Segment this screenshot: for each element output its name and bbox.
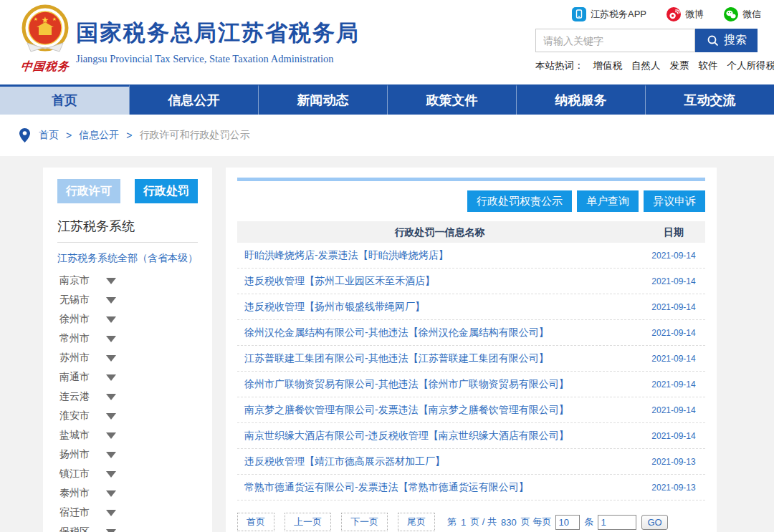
city-label: 宿迁市 [59,506,90,518]
nav-item-tax-service[interactable]: 纳税服务 [516,84,645,115]
breadcrumb: 首页 > 信息公开 > 行政许可和行政处罚公示 [0,115,774,156]
svg-text:★: ★ [52,16,57,21]
per-page-unit-label: 条 [584,516,593,528]
row-title-link[interactable]: 江苏普联建工集团有限公司-其他违法【江苏普联建工集团有限公司】 [237,352,642,365]
first-page-button[interactable]: 首页 [237,513,274,531]
objection-appeal-button[interactable]: 异议申诉 [644,190,705,212]
row-title-link[interactable]: 违反税收管理【苏州工业园区禾至禾酒店】 [237,275,642,288]
hotword-link[interactable]: 软件 [699,59,718,72]
row-title-link[interactable]: 常熟市德通货运有限公司-发票违法【常熟市德通货运有限公司】 [237,481,642,494]
row-title-link[interactable]: 南京梦之膳餐饮管理有限公司-发票违法【南京梦之膳餐饮管理有限公司】 [237,404,642,417]
row-title-link[interactable]: 徐州市广联物资贸易有限公司-其他违法【徐州市广联物资贸易有限公司】 [237,378,642,391]
city-item-taizhou[interactable]: 泰州市 [43,483,212,503]
hotword-link[interactable]: 自然人 [631,59,661,72]
city-item-wuxi[interactable]: 无锡市 [43,290,212,309]
city-item-zhenjiang[interactable]: 镇江市 [43,464,212,483]
chevron-down-icon [106,297,116,304]
table-row: 徐州汉伦金属结构有限公司-其他违法【徐州汉伦金属结构有限公司】2021-09-1… [237,320,705,346]
city-item-suqian[interactable]: 宿迁市 [43,503,212,522]
city-item-yangzhou[interactable]: 扬州市 [43,445,212,464]
breadcrumb-info-disclosure[interactable]: 信息公开 [79,129,119,142]
row-date: 2021-09-14 [642,276,705,286]
wechat-link[interactable]: 微信 [724,7,761,21]
site-subtitle: Jiangsu Provincial Tax Service, State Ta… [76,53,360,65]
table-row: 徐州市广联物资贸易有限公司-其他违法【徐州市广联物资贸易有限公司】2021-09… [237,372,705,397]
city-label: 无锡市 [59,294,90,305]
penalty-duty-disclosure-button[interactable]: 行政处罚权责公示 [467,190,572,212]
city-item-baoshuiqu[interactable]: 保税区 [43,522,212,532]
site-header: ★ ★ ★ 中国税务 国家税务总局江苏省税务局 Jiangsu Provinci… [0,0,774,84]
nav-item-info-disclosure[interactable]: 信息公开 [129,84,258,115]
tab-administrative-penalty[interactable]: 行政处罚 [135,179,198,203]
search-input[interactable] [535,29,695,52]
chevron-down-icon [106,471,116,478]
weibo-icon [666,7,681,21]
city-item-huaian[interactable]: 淮安市 [43,406,212,425]
hotword-link[interactable]: 发票 [670,59,689,72]
table-row: 违反税收管理【苏州工业园区禾至禾酒店】2021-09-14 [237,269,705,294]
breadcrumb-separator: > [126,130,132,141]
search-button[interactable]: 搜索 [695,29,758,52]
chevron-down-icon [106,316,116,323]
city-item-changzhou[interactable]: 常州市 [43,329,212,348]
city-item-nanjing[interactable]: 南京市 [43,271,212,290]
row-title-link[interactable]: 徐州汉伦金属结构有限公司-其他违法【徐州汉伦金属结构有限公司】 [237,327,642,339]
social-links: 江苏税务APP 微博 微信 [572,7,761,21]
table-row: 盱眙洪峰烧烤店-发票违法【盱眙洪峰烧烤店】2021-09-14 [237,243,705,269]
hotwords-bar: 本站热词： 增值税 自然人 发票 软件 个人所得税 开 [535,59,758,72]
search-icon [706,34,720,48]
app-link[interactable]: 江苏税务APP [572,7,646,21]
chevron-down-icon [106,278,116,284]
weibo-link[interactable]: 微博 [666,7,704,21]
row-title-link[interactable]: 南京世织缘大酒店有限公司-违反税收管理【南京世织缘大酒店有限公司】 [237,430,642,442]
wechat-icon [724,7,738,21]
site-title-block: 国家税务总局江苏省税务局 Jiangsu Provincial Tax Serv… [76,18,360,65]
city-item-nantong[interactable]: 南通市 [43,367,212,387]
chevron-down-icon [106,490,116,497]
app-link-label: 江苏税务APP [591,8,646,21]
hotword-link[interactable]: 个人所得税 [727,59,774,72]
single-household-query-button[interactable]: 单户查询 [577,190,639,212]
total-pages-number: 830 [501,517,517,528]
city-label: 常州市 [59,332,90,344]
table-row: 违反税收管理【扬州市银盛线带绳网厂】2021-09-14 [237,294,705,320]
penalty-table: 行政处罚一信息名称 日期 盱眙洪峰烧烤店-发票违法【盱眙洪峰烧烤店】2021-0… [237,221,705,500]
per-page-input[interactable] [555,515,580,530]
site-logo: ★ ★ ★ 中国税务 [17,4,73,74]
city-item-xuzhou[interactable]: 徐州市 [43,309,212,329]
row-date: 2021-09-14 [642,431,705,441]
row-title-link[interactable]: 违反税收管理【扬州市银盛线带绳网厂】 [237,301,642,314]
nav-item-policy[interactable]: 政策文件 [387,84,516,115]
city-item-suzhou[interactable]: 苏州市 [43,348,212,367]
prev-page-button[interactable]: 上一页 [285,513,331,531]
city-item-lianyungang[interactable]: 连云港 [43,387,212,406]
nav-item-home[interactable]: 首页 [0,84,129,115]
go-button[interactable]: GO [641,515,667,530]
row-title-link[interactable]: 盱眙洪峰烧烤店-发票违法【盱眙洪峰烧烤店】 [237,249,642,262]
pagination: 首页 上一页 下一页 尾页 第 1 页 / 共 830 页 每页 条 GO [237,513,705,531]
wechat-link-label: 微信 [742,8,761,21]
goto-page-input[interactable] [598,515,636,530]
sidebar-all-link[interactable]: 江苏税务系统全部（含省本级） [57,252,198,265]
row-date: 2021-09-14 [642,251,705,261]
action-buttons: 行政处罚权责公示 单户查询 异议申诉 [237,190,705,212]
decorative-blue-bar [237,178,705,181]
breadcrumb-home[interactable]: 首页 [39,129,59,142]
row-title-link[interactable]: 违反税收管理【靖江市德高展示器材加工厂】 [237,455,642,468]
hotword-link[interactable]: 增值税 [593,59,623,72]
city-item-yancheng[interactable]: 盐城市 [43,425,212,445]
chevron-down-icon [106,452,116,458]
weibo-link-label: 微博 [685,8,704,21]
last-page-button[interactable]: 尾页 [398,513,435,531]
breadcrumb-separator: > [66,130,72,141]
city-label: 徐州市 [59,313,90,324]
chevron-down-icon [106,355,116,362]
nav-item-interaction[interactable]: 互动交流 [645,84,774,115]
row-date: 2021-09-13 [642,457,705,467]
nav-item-news[interactable]: 新闻动态 [258,84,387,115]
location-pin-icon [17,128,32,142]
tab-administrative-license[interactable]: 行政许可 [57,179,120,203]
next-page-button[interactable]: 下一页 [341,513,388,531]
city-label: 连云港 [59,390,90,402]
city-label: 扬州市 [59,448,90,460]
